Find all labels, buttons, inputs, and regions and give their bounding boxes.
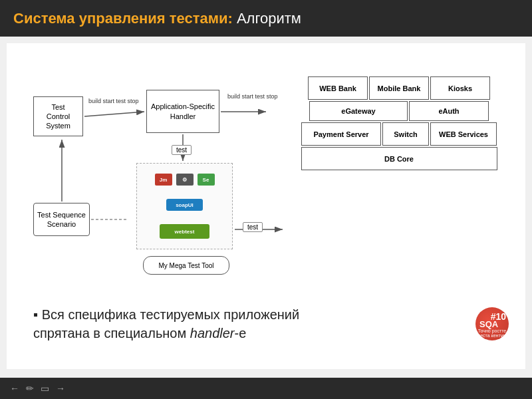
arch-row-1: WEB Bank Mobile Bank Kiosks bbox=[286, 76, 512, 100]
sqa-circle: SQA #10 Точно ростте теста кентум bbox=[475, 307, 509, 340]
test-sequence-box: Test SequenceScenario bbox=[33, 203, 90, 236]
arch-row-4: DB Core bbox=[286, 147, 512, 170]
egateway-box: eGateway bbox=[309, 101, 408, 121]
svg-line-2 bbox=[84, 112, 144, 116]
header-title-normal: Алгоритм bbox=[237, 10, 301, 27]
selenium-icon: Se bbox=[198, 174, 215, 186]
test-control-box: TestControlSystem bbox=[33, 96, 83, 136]
nav-back-icon[interactable]: ← bbox=[10, 383, 19, 394]
arch-row-2: eGateway eAuth bbox=[286, 101, 512, 121]
flow-label-2: build start test stop bbox=[227, 93, 278, 101]
nav-edit-icon[interactable]: ✏ bbox=[26, 383, 34, 394]
nav-icons: ← ✏ ▭ → bbox=[10, 383, 65, 394]
test-badge-2: test bbox=[243, 222, 263, 232]
webtest-icon: webtest bbox=[160, 224, 209, 239]
bullet-text: Вся специфика тестируемых приложенийспря… bbox=[33, 305, 299, 342]
mega-tool-label: My Mega Test Tool bbox=[158, 262, 213, 269]
switch-box: Switch bbox=[382, 122, 429, 146]
web-services-box: WEB Services bbox=[430, 122, 497, 146]
slide-header: Система управления тестами: Алгоритм bbox=[0, 0, 532, 37]
header-title-bold: Система управления тестами: bbox=[13, 10, 233, 27]
mobile-bank-box: Mobile Bank bbox=[369, 76, 429, 100]
db-core-box: DB Core bbox=[301, 147, 497, 170]
bullet-content: Вся специфика тестируемых приложенийспря… bbox=[33, 307, 299, 340]
flow-label-1: build start test stop bbox=[88, 98, 139, 106]
nav-forward-icon[interactable]: → bbox=[56, 383, 65, 394]
main-content: TestControlSystem Test SequenceScenario … bbox=[7, 43, 525, 369]
sqa-logo: SQA #10 Точно ростте теста кентум bbox=[469, 304, 515, 344]
test-control-label: TestControlSystem bbox=[46, 102, 70, 131]
sqa-number: #10 bbox=[491, 311, 506, 322]
tools-area: Jm ⚙ Se soapUI webtest bbox=[136, 163, 233, 249]
test-sequence-label: Test SequenceScenario bbox=[37, 210, 86, 229]
eauth-box: eAuth bbox=[409, 101, 489, 121]
payment-server-box: Payment Server bbox=[301, 122, 381, 146]
web-bank-box: WEB Bank bbox=[308, 76, 368, 100]
tool-row-1: Jm ⚙ Se bbox=[155, 174, 215, 186]
arch-row-3: Payment Server Switch WEB Services bbox=[286, 122, 512, 146]
appium-icon: ⚙ bbox=[176, 174, 194, 186]
mega-tool-box: My Mega Test Tool bbox=[143, 256, 229, 275]
jmeter-icon: Jm bbox=[155, 174, 172, 186]
architecture-diagram: WEB Bank Mobile Bank Kiosks eGateway eAu… bbox=[286, 76, 512, 172]
soapui-icon: soapUI bbox=[166, 199, 203, 211]
nav-slide-icon[interactable]: ▭ bbox=[41, 383, 49, 394]
sqa-days: Точно ростте теста кентум bbox=[477, 329, 507, 338]
tool-row-3: webtest bbox=[160, 224, 209, 239]
bottom-bar: ← ✏ ▭ → bbox=[0, 378, 532, 399]
kiosks-box: Kiosks bbox=[430, 76, 490, 100]
tool-row-2: soapUI bbox=[166, 199, 203, 211]
app-handler-label: Application-SpecificHandler bbox=[151, 102, 215, 121]
app-handler-box: Application-SpecificHandler bbox=[146, 90, 219, 133]
test-badge-1: test bbox=[172, 145, 192, 155]
diagram-area: TestControlSystem Test SequenceScenario … bbox=[20, 57, 519, 276]
